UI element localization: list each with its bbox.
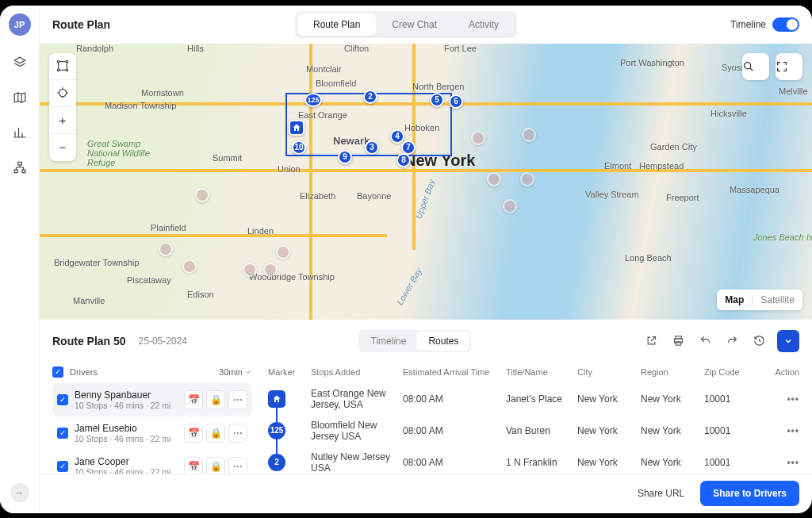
maptype-map[interactable]: Map: [725, 294, 744, 305]
more-icon[interactable]: ⋯: [228, 457, 247, 474]
city-label: Garden City: [650, 142, 697, 152]
driver-sub: 10 Stops · 46 mins · 22 mi: [75, 401, 178, 410]
marker-3[interactable]: 3: [365, 140, 379, 155]
row-actions-button[interactable]: •••: [787, 425, 799, 436]
timeline-switch[interactable]: [772, 17, 799, 32]
zoom-out-button[interactable]: −: [49, 134, 76, 161]
driver-row[interactable]: ✓ Jane Cooper10 Stops · 46 mins · 22 mi …: [52, 450, 252, 474]
marker-faded[interactable]: [520, 172, 534, 186]
tab-route-plan[interactable]: Route Plan: [297, 13, 376, 36]
marker-4[interactable]: 4: [390, 129, 404, 144]
marker-125[interactable]: 125: [304, 93, 322, 107]
cell-city: New York: [577, 393, 641, 405]
calendar-icon[interactable]: 📅: [184, 424, 203, 443]
marker-faded[interactable]: [159, 242, 173, 256]
driver-checkbox[interactable]: ✓: [57, 394, 68, 405]
col-marker: Marker: [268, 367, 311, 377]
svg-rect-0: [17, 162, 21, 165]
tab-crew-chat[interactable]: Crew Chat: [376, 13, 453, 36]
map[interactable]: New York Newark Hoboken Fort Lee Clifton…: [40, 44, 812, 320]
fullscreen-button[interactable]: [776, 53, 802, 80]
marker-faded[interactable]: [195, 188, 209, 202]
marker-5[interactable]: 5: [430, 93, 444, 107]
analytics-icon[interactable]: [12, 125, 28, 140]
undo-button[interactable]: [696, 332, 715, 351]
select-all-checkbox[interactable]: ✓: [52, 366, 63, 378]
marker-faded[interactable]: [471, 131, 485, 145]
marker-home[interactable]: [289, 120, 304, 136]
app-frame: JP → Route Plan Route Plan Crew Chat Act…: [0, 6, 812, 513]
driver-row[interactable]: ✓ Benny Spanbauer10 Stops · 46 mins · 22…: [52, 383, 252, 416]
share-url-link[interactable]: Share URL: [638, 488, 684, 499]
cell-stop: Nutley New Jersey USA: [311, 451, 403, 474]
layers-icon[interactable]: [12, 55, 28, 71]
driver-row[interactable]: ✓ Jamel Eusebio10 Stops · 46 mins · 22 m…: [52, 416, 252, 450]
print-button[interactable]: [669, 332, 688, 351]
svg-point-6: [57, 69, 59, 71]
marker-faded[interactable]: [522, 128, 536, 142]
seg-routes[interactable]: Routes: [417, 332, 469, 351]
map-controls: + −: [49, 53, 76, 161]
city-label: Bloomfield: [316, 79, 356, 88]
svg-rect-2: [22, 170, 25, 173]
city-label: Clifton: [344, 44, 369, 53]
city-label: Madison Township: [105, 101, 176, 110]
cell-zip: 10001: [704, 457, 760, 468]
marker-faded[interactable]: [243, 263, 257, 277]
hierarchy-icon[interactable]: [12, 159, 28, 175]
tab-activity[interactable]: Activity: [453, 13, 515, 36]
marker-10[interactable]: 10: [292, 140, 306, 155]
row-actions-button[interactable]: •••: [787, 457, 799, 468]
stop-marker: 2: [268, 454, 285, 471]
locate-button[interactable]: [49, 80, 76, 107]
calendar-icon[interactable]: 📅: [184, 390, 203, 409]
marker-2[interactable]: 2: [363, 90, 377, 104]
map-icon[interactable]: [12, 90, 28, 106]
stops-column: Marker Stops Added Estimated Arrival Tim…: [268, 361, 799, 474]
more-icon[interactable]: ⋯: [228, 390, 247, 409]
map-top-right: [742, 53, 802, 80]
city-label: Freeport: [666, 193, 699, 202]
lock-icon[interactable]: 🔒: [206, 390, 225, 409]
row-actions-button[interactable]: •••: [787, 393, 799, 405]
maptype-satellite[interactable]: Satellite: [760, 294, 795, 305]
driver-checkbox[interactable]: ✓: [57, 461, 68, 472]
marker-faded[interactable]: [487, 172, 501, 186]
marker-faded[interactable]: [276, 245, 290, 259]
col-region: Region: [641, 367, 704, 377]
city-label: Montclair: [306, 64, 342, 74]
col-city: City: [577, 367, 641, 377]
collapse-sidebar-button[interactable]: →: [10, 483, 29, 502]
marker-6[interactable]: 6: [449, 94, 463, 109]
zoom-in-button[interactable]: +: [49, 107, 76, 134]
search-map-button[interactable]: [742, 53, 769, 80]
history-button[interactable]: [750, 332, 769, 351]
marker-8[interactable]: 8: [396, 153, 411, 167]
city-label: Elmont: [604, 161, 631, 171]
calendar-icon[interactable]: 📅: [184, 457, 203, 474]
city-label: Manville: [73, 296, 105, 305]
table-row: East Orange New Jersey, USA 08:00 AM Jan…: [268, 383, 799, 415]
marker-9[interactable]: 9: [338, 150, 352, 164]
avatar[interactable]: JP: [9, 13, 31, 36]
cell-region: New York: [641, 393, 704, 405]
table-header: Marker Stops Added Estimated Arrival Tim…: [268, 361, 799, 383]
expand-panel-button[interactable]: [777, 330, 799, 352]
lock-icon[interactable]: 🔒: [206, 424, 225, 443]
marker-faded[interactable]: [182, 259, 197, 274]
duration-dropdown[interactable]: 30min: [219, 367, 252, 377]
more-icon[interactable]: ⋯: [228, 424, 247, 443]
share-to-drivers-button[interactable]: Share to Drivers: [700, 481, 799, 506]
redo-button[interactable]: [723, 332, 742, 351]
marker-faded[interactable]: [503, 199, 517, 213]
marker-faded[interactable]: [263, 263, 278, 277]
drivers-label: Drivers: [70, 367, 98, 377]
marker-7[interactable]: 7: [401, 140, 416, 155]
open-external-button[interactable]: [642, 332, 661, 351]
plan-date: 25-05-2024: [139, 336, 187, 347]
cell-stop: East Orange New Jersey, USA: [311, 388, 403, 410]
lock-icon[interactable]: 🔒: [206, 457, 225, 474]
seg-timeline[interactable]: Timeline: [360, 332, 418, 351]
driver-checkbox[interactable]: ✓: [57, 428, 68, 439]
selection-tool-button[interactable]: [49, 53, 76, 80]
